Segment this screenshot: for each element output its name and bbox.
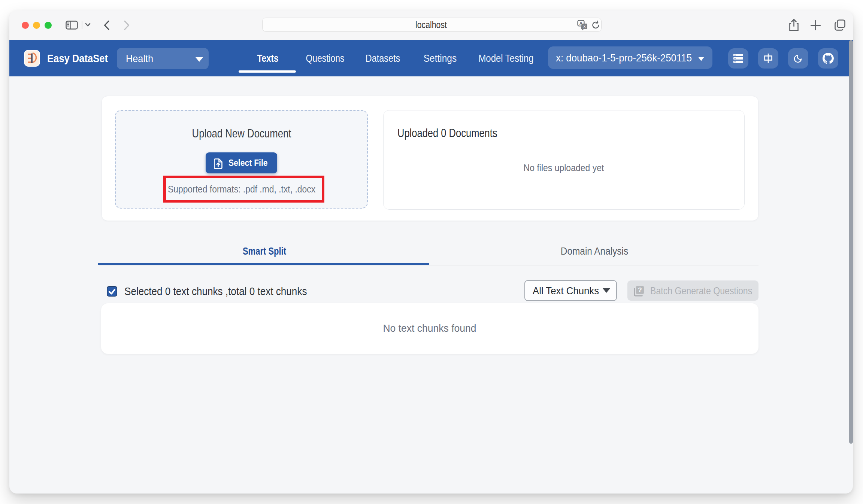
svg-text:?: ? bbox=[638, 286, 642, 294]
svg-text:x: x bbox=[584, 24, 586, 28]
